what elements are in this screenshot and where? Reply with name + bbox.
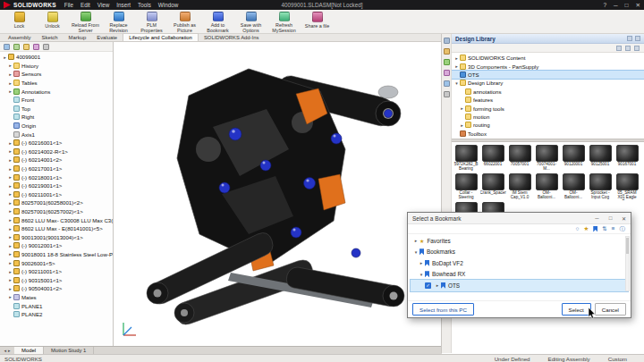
expand-arrow-icon[interactable]: [453, 63, 460, 69]
feature-tree-item[interactable]: Annotations: [0, 87, 113, 96]
feature-tree-item[interactable]: (-) 90504001<2>: [0, 284, 113, 293]
appearances-icon[interactable]: [444, 80, 450, 87]
feature-tree-item[interactable]: (-) 60211001<1>: [0, 190, 113, 199]
feature-tree-item[interactable]: Mates: [0, 293, 113, 302]
library-tree-item[interactable]: forming tools: [452, 104, 644, 112]
menu-item[interactable]: Tools: [138, 2, 151, 8]
bookmark-tree-item[interactable]: BoDapt VF2: [411, 257, 628, 269]
ribbon-button[interactable]: Save with Options: [234, 10, 267, 33]
bookmark-tree-item[interactable]: Favorites: [411, 235, 628, 247]
feature-tree-item[interactable]: (-) 60218001<1>: [0, 173, 113, 181]
dialog-toolbar-icon[interactable]: [602, 226, 606, 232]
expand-arrow-icon[interactable]: [7, 183, 13, 189]
ribbon-button[interactable]: Share a file: [301, 10, 334, 33]
home-icon[interactable]: [444, 38, 450, 44]
assembly-model-3d[interactable]: [114, 42, 442, 346]
ribbon-tab[interactable]: SOLIDWORKS Add-Ins: [199, 34, 265, 41]
feature-tree-item[interactable]: 40099001: [0, 53, 113, 62]
ribbon-tab[interactable]: Sketch: [37, 34, 64, 41]
menu-item[interactable]: Insert: [116, 2, 131, 8]
dialog-toolbar-icon[interactable]: [620, 226, 626, 232]
feature-tree-item[interactable]: Top: [0, 105, 113, 114]
expand-arrow-icon[interactable]: [7, 157, 13, 163]
feature-tree-item[interactable]: 90018001 18-8 Stainless Steel Low-Profil…: [0, 250, 113, 259]
select-button[interactable]: Select: [562, 303, 591, 316]
library-part[interactable]: OM-Ballooni...: [534, 173, 560, 200]
menu-item[interactable]: Edit: [80, 2, 90, 8]
scroll-right-icon[interactable]: [8, 348, 11, 353]
expand-arrow-icon[interactable]: [459, 122, 465, 128]
status-item[interactable]: Under Defined: [495, 356, 530, 362]
close-icon[interactable]: ✕: [636, 2, 640, 9]
library-part[interactable]: 70057001: [507, 145, 533, 172]
feature-tree-item[interactable]: (-) 60216001<1>: [0, 139, 113, 147]
expand-arrow-icon[interactable]: [7, 63, 13, 68]
study-tab[interactable]: Motion Study 1: [44, 347, 94, 354]
status-item[interactable]: Custom: [608, 356, 627, 362]
ribbon-button[interactable]: PLM Properties: [135, 10, 168, 33]
library-tree-item[interactable]: OTS: [452, 71, 644, 79]
library-tree-item[interactable]: features: [452, 96, 644, 104]
feature-tree-item[interactable]: History: [0, 62, 113, 71]
feature-tree-item[interactable]: (-) 60214001<2>: [0, 156, 113, 164]
library-part[interactable]: 90167001: [614, 145, 640, 172]
maximize-icon[interactable]: □: [625, 2, 629, 8]
expand-arrow-icon[interactable]: [7, 166, 13, 172]
library-part[interactable]: OM-Ballooni...: [561, 173, 587, 200]
bookmark-tree-item[interactable]: Bowhead RX: [411, 269, 628, 281]
expand-arrow-icon[interactable]: [412, 249, 419, 255]
bookmark-tree-item[interactable]: OTS: [411, 280, 628, 291]
dialog-toolbar-icon[interactable]: [583, 226, 589, 232]
library-tree-item[interactable]: routing: [452, 121, 644, 129]
file-explorer-icon[interactable]: [444, 59, 450, 65]
feature-tree-item[interactable]: Sensors: [0, 70, 113, 79]
minimize-icon[interactable]: ─: [590, 213, 604, 223]
dialog-toolbar-icon[interactable]: [612, 226, 615, 232]
dialog-toolbar-icon[interactable]: [575, 226, 579, 232]
expand-arrow-icon[interactable]: [7, 226, 13, 232]
feature-tree-item[interactable]: (-) 90012001<1>: [0, 241, 113, 250]
feature-tree-item[interactable]: PLANE1: [0, 301, 113, 310]
expand-arrow-icon[interactable]: [7, 217, 13, 223]
expand-arrow-icon[interactable]: [418, 260, 425, 265]
library-part[interactable]: Collar - Steering: [453, 173, 479, 200]
ribbon-button[interactable]: Reload From Server: [69, 10, 102, 33]
study-tab[interactable]: Model: [14, 347, 44, 354]
ribbon-button[interactable]: Refresh MySession: [267, 10, 301, 33]
library-part[interactable]: 90120001: [561, 145, 587, 172]
library-tree-item[interactable]: annotations: [452, 88, 644, 96]
feature-tree-item[interactable]: 90026001<5>: [0, 258, 113, 267]
expand-arrow-icon[interactable]: [7, 200, 13, 206]
create-folder-icon[interactable]: [634, 46, 640, 51]
bookmark-tree-item[interactable]: Bookmarks: [411, 247, 628, 258]
dimxpertmanager-tab-icon[interactable]: [33, 44, 39, 50]
refresh-icon[interactable]: [625, 46, 631, 51]
library-part[interactable]: 05_SRAM X01 Eagle Typ...: [614, 173, 640, 200]
library-part[interactable]: Sprocket - Input Cog: [588, 173, 614, 200]
configurationmanager-tab-icon[interactable]: [23, 44, 30, 50]
feature-tree-item[interactable]: Front: [0, 96, 113, 105]
ribbon-tab[interactable]: Lifecycle and Collaboration: [123, 33, 199, 41]
library-tree-item[interactable]: motion: [452, 113, 644, 121]
expand-arrow-icon[interactable]: [7, 286, 13, 291]
ribbon-tab[interactable]: Assembly: [3, 34, 37, 41]
ribbon-tab[interactable]: Markup: [64, 34, 92, 41]
ribbon-button[interactable]: Add to Bookmark: [201, 10, 234, 33]
feature-tree-item[interactable]: (-) 90211001<1>: [0, 267, 113, 276]
library-part[interactable]: 90125001: [588, 145, 614, 172]
expand-arrow-icon[interactable]: [412, 238, 419, 243]
expand-arrow-icon[interactable]: [7, 174, 13, 180]
expand-arrow-icon[interactable]: [7, 140, 13, 146]
custom-properties-icon[interactable]: [444, 91, 450, 97]
expand-arrow-icon[interactable]: [7, 269, 13, 274]
dialog-scrollbar[interactable]: [625, 236, 630, 291]
graphics-area[interactable]: [114, 42, 442, 346]
expand-arrow-icon[interactable]: [459, 105, 465, 111]
expand-arrow-icon[interactable]: [7, 260, 13, 265]
expand-arrow-icon[interactable]: [7, 208, 13, 214]
expand-arrow-icon[interactable]: [7, 88, 13, 94]
up-one-level-icon[interactable]: [616, 46, 622, 51]
feature-tree-item[interactable]: (-) 60217001<1>: [0, 164, 113, 173]
feature-tree-item[interactable]: Axis1: [0, 130, 113, 139]
expand-arrow-icon[interactable]: [418, 272, 425, 277]
